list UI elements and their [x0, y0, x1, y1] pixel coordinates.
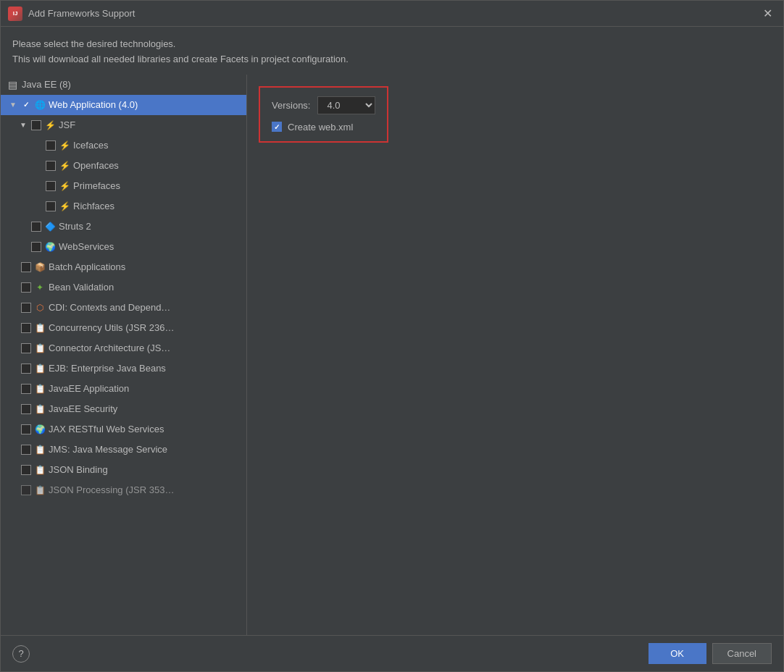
checkbox-web-application[interactable]	[21, 100, 31, 110]
icon-concurrency: 📋	[34, 322, 46, 334]
icon-connector: 📋	[34, 343, 46, 354]
description: Please select the desired technologies. …	[1, 27, 783, 75]
section-icon: ▤	[8, 79, 17, 91]
checkbox-ejb[interactable]	[21, 364, 31, 374]
tree-item-javaee-application[interactable]: 📋 JavaEE Application	[1, 379, 246, 399]
checkbox-richfaces[interactable]	[46, 201, 56, 211]
icon-jsf: ⚡	[44, 119, 56, 131]
create-xml-label: Create web.xml	[288, 122, 353, 133]
tree-item-primefaces[interactable]: ⚡ Primefaces	[1, 176, 246, 196]
tree-item-json-processing[interactable]: 📋 JSON Processing (JSR 353…	[1, 480, 246, 500]
checkbox-javaee-application[interactable]	[21, 384, 31, 394]
icon-javaee-security: 📋	[34, 403, 46, 415]
close-button[interactable]: ✕	[759, 5, 776, 22]
tree-item-web-application[interactable]: ▼ 🌐 Web Application (4.0)	[1, 95, 246, 115]
label-webservices: WebServices	[59, 241, 114, 252]
dialog: IJ Add Frameworks Support ✕ Please selec…	[0, 0, 784, 672]
checkbox-connector[interactable]	[21, 343, 31, 353]
version-row: Versions: 4.0 3.1 3.0 2.5	[272, 96, 375, 114]
checkbox-json-binding[interactable]	[21, 465, 31, 475]
tree-item-concurrency[interactable]: 📋 Concurrency Utils (JSR 236…	[1, 318, 246, 338]
icon-json-processing: 📋	[34, 484, 46, 496]
icon-json-binding: 📋	[34, 464, 46, 476]
label-bean-validation: Bean Validation	[49, 282, 114, 293]
app-icon: IJ	[8, 7, 22, 21]
cancel-button[interactable]: Cancel	[712, 643, 772, 664]
icon-batch-applications: 📦	[34, 261, 46, 273]
label-jsf: JSF	[59, 119, 75, 130]
tree-item-jsf[interactable]: ▼ ⚡ JSF	[1, 115, 246, 135]
icon-richfaces: ⚡	[59, 201, 70, 212]
ok-button[interactable]: OK	[649, 643, 706, 664]
icon-cdi: ⬡	[34, 302, 46, 314]
icon-jms: 📋	[34, 444, 46, 455]
checkbox-create-xml[interactable]	[272, 122, 282, 132]
label-jms: JMS: Java Message Service	[49, 444, 167, 455]
tree-item-jax-restful[interactable]: 🌍 JAX RESTful Web Services	[1, 419, 246, 440]
icon-ejb: 📋	[34, 363, 46, 374]
title-bar: IJ Add Frameworks Support ✕	[1, 1, 783, 27]
checkbox-javaee-security[interactable]	[21, 404, 31, 414]
checkbox-jsf[interactable]	[31, 120, 41, 130]
checkbox-webservices[interactable]	[31, 242, 41, 252]
tree-item-json-binding[interactable]: 📋 JSON Binding	[1, 460, 246, 480]
icon-struts2: 🔷	[44, 221, 56, 232]
icon-primefaces: ⚡	[59, 180, 70, 192]
checkbox-json-processing[interactable]	[21, 485, 31, 495]
tree-item-connector[interactable]: 📋 Connector Architecture (JS…	[1, 338, 246, 358]
checkbox-jax-restful[interactable]	[21, 424, 31, 434]
tree-item-bean-validation[interactable]: ✦ Bean Validation	[1, 277, 246, 298]
checkbox-bean-validation[interactable]	[21, 282, 31, 293]
create-xml-row: Create web.xml	[272, 122, 375, 133]
section-label: Java EE (8)	[22, 79, 71, 90]
checkbox-struts2[interactable]	[31, 222, 41, 232]
tree-item-javaee-security[interactable]: 📋 JavaEE Security	[1, 399, 246, 419]
checkbox-concurrency[interactable]	[21, 323, 31, 333]
label-web-application: Web Application (4.0)	[49, 99, 138, 110]
tree-item-openfaces[interactable]: ⚡ Openfaces	[1, 156, 246, 176]
expander-web-application: ▼	[8, 100, 18, 110]
main-content: ▤ Java EE (8) ▼ 🌐 Web Application (4.0) …	[1, 75, 783, 635]
tree-item-ejb[interactable]: 📋 EJB: Enterprise Java Beans	[1, 358, 246, 379]
tree-item-webservices[interactable]: 🌍 WebServices	[1, 237, 246, 257]
checkbox-primefaces[interactable]	[46, 181, 56, 191]
label-batch-applications: Batch Applications	[49, 261, 125, 272]
section-header: ▤ Java EE (8)	[1, 75, 246, 95]
tree-item-batch-applications[interactable]: 📦 Batch Applications	[1, 257, 246, 277]
tree-item-cdi[interactable]: ⬡ CDI: Contexts and Depend…	[1, 298, 246, 318]
label-json-processing: JSON Processing (JSR 353…	[49, 484, 174, 495]
label-javaee-security: JavaEE Security	[49, 403, 117, 414]
checkbox-icefaces[interactable]	[46, 140, 56, 151]
icon-openfaces: ⚡	[59, 160, 70, 172]
icon-javaee-application: 📋	[34, 383, 46, 395]
icon-jax-restful: 🌍	[34, 424, 46, 435]
label-json-binding: JSON Binding	[49, 464, 108, 475]
help-button[interactable]: ?	[12, 645, 30, 663]
label-struts2: Struts 2	[59, 221, 91, 232]
checkbox-cdi[interactable]	[21, 303, 31, 313]
icon-web-application: 🌐	[34, 99, 46, 111]
label-richfaces: Richfaces	[73, 201, 114, 211]
version-select[interactable]: 4.0 3.1 3.0 2.5	[317, 96, 375, 114]
label-jax-restful: JAX RESTful Web Services	[49, 424, 164, 434]
checkbox-jms[interactable]	[21, 445, 31, 455]
bottom-bar: ? OK Cancel	[1, 635, 783, 671]
version-panel: Versions: 4.0 3.1 3.0 2.5 Create web.xml	[259, 86, 388, 143]
checkbox-batch-applications[interactable]	[21, 262, 31, 272]
checkbox-openfaces[interactable]	[46, 161, 56, 171]
label-primefaces: Primefaces	[73, 180, 120, 191]
tree-item-richfaces[interactable]: ⚡ Richfaces	[1, 196, 246, 217]
dialog-title: Add Frameworks Support	[28, 8, 135, 19]
label-openfaces: Openfaces	[73, 160, 119, 171]
label-javaee-application: JavaEE Application	[49, 383, 129, 394]
tree-item-icefaces[interactable]: ⚡ Icefaces	[1, 135, 246, 156]
tree-item-struts2[interactable]: 🔷 Struts 2	[1, 217, 246, 237]
icon-webservices: 🌍	[44, 241, 56, 253]
icon-icefaces: ⚡	[59, 140, 70, 151]
tree-item-jms[interactable]: 📋 JMS: Java Message Service	[1, 440, 246, 460]
expander-jsf: ▼	[18, 120, 28, 130]
label-cdi: CDI: Contexts and Depend…	[49, 302, 170, 313]
title-bar-left: IJ Add Frameworks Support	[8, 7, 135, 21]
left-panel: ▤ Java EE (8) ▼ 🌐 Web Application (4.0) …	[1, 75, 247, 635]
description-line1: Please select the desired technologies.	[12, 37, 772, 52]
